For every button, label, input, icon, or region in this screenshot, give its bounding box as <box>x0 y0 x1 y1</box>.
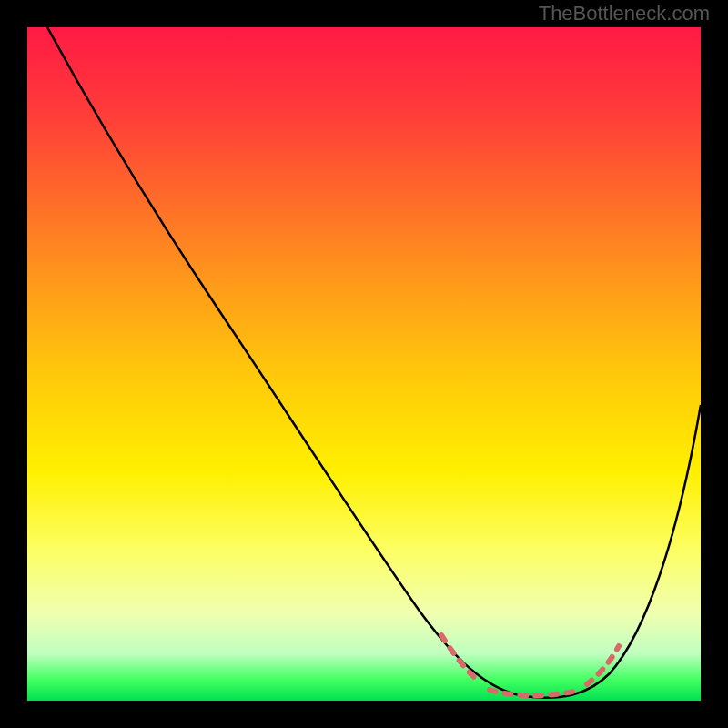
chart-plot-area <box>27 27 701 701</box>
bottleneck-curve <box>47 27 701 698</box>
sweet-spot-marker-left <box>441 635 478 681</box>
chart-svg <box>27 27 701 701</box>
watermark-text: TheBottleneck.com <box>539 2 710 25</box>
